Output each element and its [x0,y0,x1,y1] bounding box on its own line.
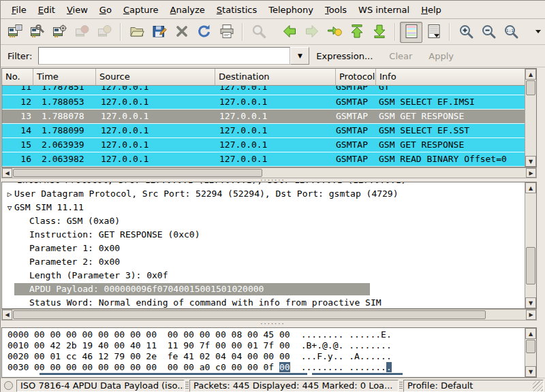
menu-ws-internal[interactable]: WS internal [353,2,415,18]
reload-button[interactable] [193,22,215,43]
expression-button[interactable]: Expression... [316,51,373,61]
expander-collapsed-icon[interactable]: ▷ [5,188,14,201]
menu-tools[interactable]: Tools [320,2,352,18]
column-header-info[interactable]: Info [376,69,525,86]
packet-list-vscrollbar[interactable]: ▲ ▼ [525,69,536,167]
filter-label[interactable]: Filter: [1,51,38,61]
scrollbar-thumb[interactable] [526,340,535,353]
table-row-selected[interactable]: 13 1.788078 127.0.0.1 127.0.0.1 GSMTAP G… [2,110,525,124]
interfaces-icon [7,23,23,42]
scroll-left-arrow-icon[interactable]: ◀ [2,168,12,178]
colorize-button[interactable] [400,22,422,43]
scrollbar-thumb[interactable] [13,169,262,177]
column-header-time[interactable]: Time [33,69,96,86]
detail-row[interactable]: Length (Parameter 3): 0x0f [2,269,525,282]
scroll-up-arrow-icon[interactable]: ▲ [525,69,536,80]
toolbar-overflow-button[interactable] [531,27,545,37]
capture-options-button[interactable] [26,22,48,43]
table-row[interactable]: 14 1.788099 127.0.0.1 127.0.0.1 GSMTAP G… [2,124,525,138]
details-vscrollbar[interactable]: ▲ ▼ [525,182,536,308]
zoom-out-button[interactable] [477,22,499,43]
expander-expanded-icon[interactable]: ▽ [5,201,14,215]
menu-edit[interactable]: Edit [33,2,61,18]
list-interfaces-button[interactable] [3,22,26,43]
capture-start-icon [52,23,68,42]
column-header-destination[interactable]: Destination [215,69,336,86]
detail-row[interactable]: ▽GSM SIM 11.11 [2,201,525,214]
detail-row[interactable]: Class: GSM (0xa0) [2,214,525,228]
print-button[interactable] [215,22,238,43]
statusbar-grip-icon[interactable] [399,382,403,390]
scroll-right-arrow-icon[interactable]: ▶ [526,310,536,320]
detail-row[interactable]: Instruction: GET RESPONSE (0xc0) [2,228,525,242]
column-header-no[interactable]: No. [2,69,33,86]
menu-view[interactable]: View [61,2,93,18]
go-bottom-button[interactable] [368,22,390,43]
selected-hex-byte[interactable]: 00 [279,362,290,372]
zoom-in-icon [458,23,474,42]
menu-go[interactable]: Go [94,2,117,18]
expert-info-icon[interactable] [4,381,13,390]
menu-analyze[interactable]: Analyze [165,2,211,18]
auto-scroll-button[interactable] [422,22,445,43]
packet-list-pane: No. Time Source Destination Protocol Inf… [1,68,537,167]
scroll-up-arrow-icon[interactable]: ▲ [525,182,536,193]
menu-file[interactable]: File [6,2,32,18]
filter-input[interactable] [38,47,290,65]
filter-dropdown-button[interactable]: ▼ [290,47,309,65]
save-floppy-icon [151,23,168,42]
column-header-source[interactable]: Source [96,69,215,86]
pane-divider[interactable]: ······· [1,321,545,327]
scroll-down-arrow-icon[interactable]: ▼ [525,297,536,308]
statusbar-grip-icon[interactable] [185,382,189,390]
scrollbar-thumb[interactable] [13,310,486,319]
window-resize-grip[interactable] [533,381,543,391]
close-x-icon [174,23,190,42]
hex-vscrollbar[interactable]: ▲ ▼ [525,328,536,377]
details-hscrollbar[interactable]: ◀ ▶ [1,309,537,321]
scroll-right-arrow-icon[interactable]: ▶ [526,168,536,178]
detail-row-selected[interactable]: APDU Payload: 000000096f0704001500150102… [2,282,525,296]
menu-statistics[interactable]: Statistics [211,2,262,18]
go-to-packet-button[interactable] [323,22,345,43]
field-underline [312,373,403,375]
menu-help[interactable]: Help [416,2,447,18]
hex-row[interactable]: 0000 00 00 00 00 00 00 00 00 00 00 00 00… [2,329,525,340]
capture-start-button[interactable] [48,22,71,43]
table-row[interactable]: 15 2.063939 127.0.0.1 127.0.0.1 GSMTAP G… [2,138,525,152]
scrollbar-thumb[interactable] [526,247,535,284]
detail-row-clipped[interactable]: Internet Protocol, Src: 127.0.0.1 (127.0… [2,182,525,187]
detail-row[interactable]: Parameter 1: 0x00 [2,242,525,255]
wireshark-window: File Edit View Go Capture Analyze Statis… [0,0,545,392]
go-top-button[interactable] [345,22,368,43]
detail-row[interactable]: ▷User Datagram Protocol, Src Port: 52294… [2,187,525,201]
packet-details-pane: Internet Protocol, Src: 127.0.0.1 (127.0… [1,182,537,309]
zoom-100-button[interactable]: 1:1 [499,22,522,43]
detail-row[interactable]: Status Word: Normal ending of command wi… [2,296,525,308]
find-button [247,22,270,43]
filter-bar: Filter: ▼ Expression... Clear Apply [1,45,545,67]
scroll-down-arrow-icon[interactable]: ▼ [525,156,536,167]
hex-row[interactable]: 0030 00 00 00 00 00 00 00 00 00 00 a0 c0… [2,362,525,373]
scroll-up-arrow-icon[interactable]: ▲ [525,328,536,339]
scroll-down-arrow-icon[interactable]: ▼ [525,366,536,377]
menu-telephony[interactable]: Telephony [263,2,319,18]
scrollbar-thumb[interactable] [526,80,535,95]
table-row-partial[interactable]: 11 1.787851 127.0.0.1 127.0.0.1 GSMTAP G… [2,86,525,95]
open-file-button[interactable] [125,22,148,43]
detail-row[interactable]: Parameter 2: 0x00 [2,255,525,269]
selected-ascii-char[interactable]: . [386,362,392,372]
menu-capture[interactable]: Capture [118,2,164,18]
hex-row[interactable]: 0010 00 42 2b 19 40 00 40 11 11 90 7f 00… [2,340,525,351]
scroll-left-arrow-icon[interactable]: ◀ [2,310,12,320]
go-back-button[interactable] [278,22,300,43]
table-row[interactable]: 12 1.788053 127.0.0.1 127.0.0.1 GSMTAP G… [2,95,525,110]
save-file-button[interactable] [148,22,170,43]
close-file-button[interactable] [170,22,193,43]
divider-grip-icon: ······· [260,323,285,325]
table-row[interactable]: 16 2.063982 127.0.0.1 127.0.0.1 GSMTAP G… [2,152,525,167]
hex-row[interactable]: 0020 00 01 cc 46 12 79 00 2e fe 41 02 04… [2,351,525,362]
column-header-protocol[interactable]: Protocol [336,69,376,86]
zoom-in-button[interactable] [454,22,477,43]
go-top-icon [349,23,365,42]
